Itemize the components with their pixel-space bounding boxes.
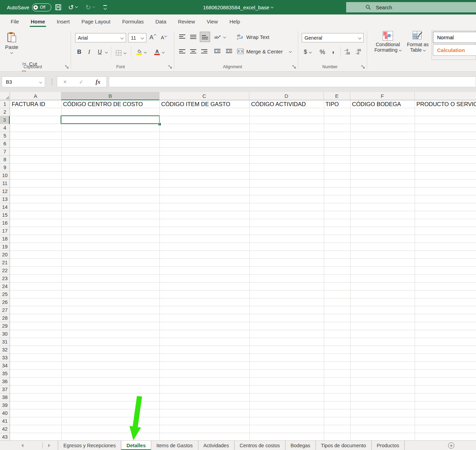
row-header-7[interactable]: 7	[0, 148, 10, 156]
ribbon-tab-insert[interactable]: Insert	[51, 14, 76, 28]
name-box[interactable]: B3	[2, 76, 45, 87]
sheet-tab-bodegas[interactable]: Bodegas	[285, 441, 315, 450]
column-header-f[interactable]: F	[350, 92, 415, 100]
align-bottom-button[interactable]	[200, 32, 210, 42]
font-size-select[interactable]: 11	[128, 33, 146, 42]
row-header-34[interactable]: 34	[0, 362, 10, 370]
row-header-4[interactable]: 4	[0, 124, 10, 132]
style-normal[interactable]: Normal	[433, 32, 476, 43]
header-cell-c1[interactable]: CÓDIGO ITEM DE GASTO	[159, 100, 230, 108]
increase-decimal-button[interactable]: ←0.00	[344, 48, 350, 57]
column-header-c[interactable]: C	[159, 92, 249, 100]
row-header-17[interactable]: 17	[0, 227, 10, 235]
decrease-indent-button[interactable]	[213, 47, 222, 56]
increase-indent-button[interactable]	[225, 47, 234, 56]
row-header-3[interactable]: 3	[0, 116, 10, 124]
nav-left-icon[interactable]	[21, 444, 23, 447]
orientation-button[interactable]: ab	[214, 32, 226, 41]
number-dialog-launcher[interactable]	[361, 65, 365, 69]
sheet-tab-items-de-gastos[interactable]: Items de Gastos	[151, 441, 198, 450]
row-header-25[interactable]: 25	[0, 290, 10, 298]
row-header-21[interactable]: 21	[0, 259, 10, 267]
header-cell-b1[interactable]: CÓDIGO CENTRO DE COSTO	[61, 100, 143, 108]
new-sheet-button[interactable]: +	[448, 442, 454, 449]
row-header-31[interactable]: 31	[0, 338, 10, 346]
row-header-27[interactable]: 27	[0, 306, 10, 314]
undo-button[interactable]: ↺	[68, 0, 77, 14]
sheet-tab-detalles[interactable]: Detalles	[121, 441, 151, 450]
ribbon-tab-formulas[interactable]: Formulas	[116, 14, 150, 28]
align-top-button[interactable]	[178, 32, 187, 41]
italic-button[interactable]: I	[88, 48, 90, 57]
row-header-15[interactable]: 15	[0, 211, 10, 219]
format-as-table-button[interactable]: Format as Table	[405, 31, 431, 62]
cell-selection-b3[interactable]	[61, 115, 160, 124]
style-calculation[interactable]: Calculation	[433, 44, 476, 56]
row-header-14[interactable]: 14	[0, 203, 10, 211]
font-color-button[interactable]: A	[154, 48, 164, 57]
bold-button[interactable]: B	[77, 48, 81, 57]
formula-input[interactable]	[109, 76, 476, 87]
ribbon-tab-data[interactable]: Data	[149, 14, 172, 28]
increase-font-button[interactable]: A	[149, 33, 156, 42]
column-header-e[interactable]: E	[324, 92, 350, 100]
column-header-a[interactable]: A	[10, 92, 61, 100]
align-middle-button[interactable]	[189, 32, 198, 41]
cancel-icon[interactable]: ×	[63, 79, 67, 85]
insert-function-icon[interactable]: fx	[96, 79, 100, 85]
clipboard-dialog-launcher[interactable]	[65, 65, 69, 69]
row-header-18[interactable]: 18	[0, 235, 10, 243]
sheet-tab-productos[interactable]: Productos	[371, 441, 405, 450]
row-header-24[interactable]: 24	[0, 283, 10, 290]
row-header-32[interactable]: 32	[0, 346, 10, 354]
row-header-33[interactable]: 33	[0, 354, 10, 362]
row-header-10[interactable]: 10	[0, 172, 10, 180]
row-header-19[interactable]: 19	[0, 243, 10, 251]
header-cell-g1[interactable]: PRODUCTO O SERVICIO	[415, 100, 476, 108]
redo-button[interactable]: ↻	[85, 0, 95, 14]
wrap-text-button[interactable]: ab c Wrap Text	[237, 32, 269, 41]
row-header-38[interactable]: 38	[0, 393, 10, 401]
row-header-6[interactable]: 6	[0, 140, 10, 148]
underline-menu-chevron-icon[interactable]	[105, 51, 108, 53]
ribbon-tab-page-layout[interactable]: Page Layout	[75, 14, 116, 28]
merge-center-button[interactable]: Merge & Center	[237, 47, 291, 56]
row-header-39[interactable]: 39	[0, 401, 10, 409]
underline-button[interactable]: U	[98, 48, 102, 57]
borders-button[interactable]	[116, 48, 126, 57]
column-header-g[interactable]: G	[415, 92, 476, 100]
currency-format-button[interactable]: $	[304, 48, 311, 57]
row-header-8[interactable]: 8	[0, 156, 10, 164]
select-all-corner[interactable]	[0, 92, 10, 100]
autosave-toggle[interactable]: Off	[32, 0, 51, 14]
sheet-tab-centros-de-costos[interactable]: Centros de costos	[234, 441, 285, 450]
nav-right-icon[interactable]	[48, 444, 50, 447]
row-header-12[interactable]: 12	[0, 187, 10, 195]
align-center-button[interactable]	[189, 47, 198, 56]
percent-format-button[interactable]: %	[320, 48, 325, 57]
row-header-30[interactable]: 30	[0, 330, 10, 338]
number-format-select[interactable]: General	[302, 33, 364, 42]
comma-format-button[interactable]: ,	[332, 45, 334, 54]
row-header-9[interactable]: 9	[0, 164, 10, 172]
row-header-5[interactable]: 5	[0, 132, 10, 140]
sheet-tab-tipos-de-documento[interactable]: Tipos de documento	[315, 441, 371, 450]
ribbon-tab-file[interactable]: File	[5, 14, 25, 28]
row-header-40[interactable]: 40	[0, 409, 10, 417]
row-header-1[interactable]: 1	[0, 100, 10, 108]
row-header-2[interactable]: 2	[0, 108, 10, 116]
row-header-23[interactable]: 23	[0, 275, 10, 283]
sheet-tab-actividades[interactable]: Actividades	[198, 441, 234, 450]
font-dialog-launcher[interactable]	[168, 65, 172, 69]
row-header-16[interactable]: 16	[0, 219, 10, 227]
font-name-select[interactable]: Arial	[75, 33, 126, 42]
ribbon-tab-review[interactable]: Review	[172, 14, 201, 28]
header-cell-e1[interactable]: TIPO	[324, 100, 339, 108]
decrease-decimal-button[interactable]: .00→0	[355, 48, 361, 57]
row-header-22[interactable]: 22	[0, 267, 10, 275]
fill-color-button[interactable]	[136, 48, 146, 57]
header-cell-d1[interactable]: CÓDIGO ACTIVIDAD	[249, 100, 306, 108]
row-header-28[interactable]: 28	[0, 314, 10, 322]
confirm-icon[interactable]: ✓	[79, 79, 84, 85]
quick-access-more-button[interactable]	[103, 0, 107, 14]
